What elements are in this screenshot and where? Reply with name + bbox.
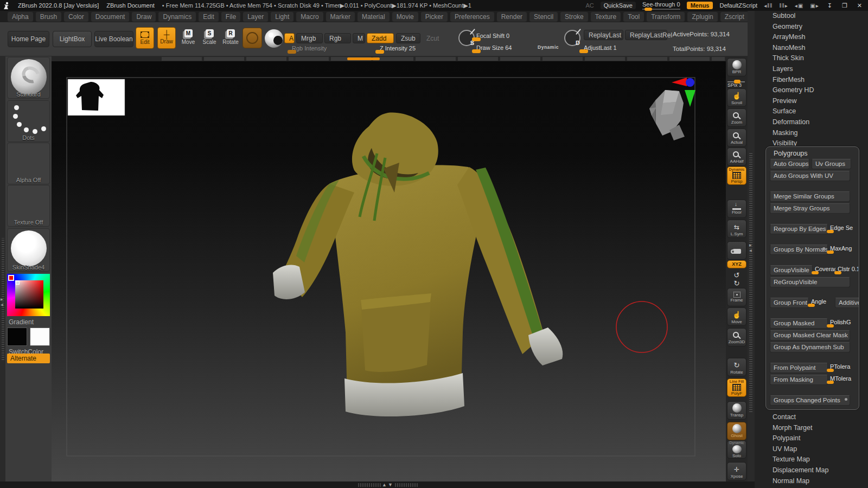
tool-section-item[interactable]: Displacement Map	[755, 465, 868, 476]
from-polypaint-button[interactable]: From Polypaint	[770, 363, 828, 373]
alternate-button[interactable]: Alternate	[7, 354, 50, 363]
zsub-button[interactable]: Zsub	[396, 33, 420, 43]
tool-section-item[interactable]: Subtool	[755, 11, 868, 22]
tray-segments[interactable]	[162, 57, 725, 61]
from-masking-button[interactable]: From Masking	[770, 375, 828, 385]
menu-item[interactable]: Preferences	[450, 12, 494, 22]
divider-left-icon[interactable]: ◂‖‖	[764, 3, 773, 9]
tool-section-item[interactable]: FiberMesh	[755, 75, 868, 86]
additive-button[interactable]: Additive	[835, 298, 859, 308]
brush-preview-button[interactable]	[242, 28, 262, 48]
ghost-button[interactable]: Ghost	[727, 422, 746, 440]
tray-grip-left[interactable]	[358, 483, 381, 487]
draw-button[interactable]: ┼ Draw	[157, 27, 176, 49]
actual-button[interactable]: Actual	[727, 129, 746, 147]
quicksave-button[interactable]: QuickSave	[601, 2, 636, 9]
angle-slider[interactable]: Angle	[811, 298, 833, 305]
menu-item[interactable]: Zscript	[720, 12, 749, 22]
tray-grip-right[interactable]	[395, 483, 418, 487]
menu-item[interactable]: Movie	[392, 12, 418, 22]
zoom-button[interactable]: Zoom	[727, 108, 746, 127]
move-button[interactable]: Move	[727, 307, 746, 326]
panel-divider-open-icon[interactable]: ▶	[749, 243, 752, 247]
tool-section-item[interactable]: Deformation	[755, 117, 868, 128]
transp-button[interactable]: Transp	[727, 401, 746, 420]
live-boolean-button[interactable]: Live Boolean	[94, 31, 133, 47]
menu-item[interactable]: Render	[497, 12, 527, 22]
menu-item[interactable]: Zplugin	[687, 12, 717, 22]
menu-item[interactable]: Stroke	[560, 12, 588, 22]
divider-right-icon[interactable]: ‖‖▸	[779, 3, 788, 9]
left-divider-open-icon[interactable]: ▶	[1, 297, 3, 301]
cluster-slider[interactable]: Clstr 0.1	[838, 265, 858, 272]
draw-size-slider[interactable]: Draw Size 64Dynamic	[476, 44, 559, 51]
menu-item[interactable]: Picker	[421, 12, 448, 22]
polish-groups-slider[interactable]: PolishG	[830, 318, 858, 325]
tool-section-item[interactable]: Geometry HD	[755, 85, 868, 96]
tool-section-item[interactable]: Masking	[755, 128, 868, 139]
group-masked-button[interactable]: Group Masked	[770, 318, 828, 329]
density-picker-button[interactable]: D	[564, 30, 580, 46]
rotate-mode-button[interactable]: R Rotate	[221, 29, 240, 45]
left-divider-close-icon[interactable]: ◀	[1, 303, 3, 306]
document-canvas[interactable]	[52, 61, 726, 481]
mask-tolerance-slider[interactable]: MTolera	[830, 375, 858, 382]
menu-item[interactable]: Dynamics	[158, 12, 196, 22]
home-page-button[interactable]: Home Page	[8, 31, 49, 47]
menu-item[interactable]: Layer	[243, 12, 268, 22]
lsym-button[interactable]: L.Sym	[727, 220, 746, 238]
coverage-slider[interactable]: Coverag	[815, 265, 835, 272]
solo-button[interactable]: Dynamic Solo	[727, 440, 746, 459]
hoodie-3d-model[interactable]	[273, 113, 563, 416]
draw-size-knob[interactable]	[472, 49, 481, 53]
m-button[interactable]: M	[353, 33, 365, 43]
auto-groups-with-uv-button[interactable]: Auto Groups With UV	[770, 171, 850, 181]
replay-last-button[interactable]: ReplayLast	[584, 30, 623, 40]
brush-picker-tile[interactable]: Standard	[7, 57, 50, 99]
see-through-slider[interactable]: See-through 0	[642, 1, 680, 10]
camera-head-gizmo[interactable]	[649, 90, 685, 140]
z-intensity-knob[interactable]	[375, 50, 384, 54]
focal-shift-knob[interactable]	[472, 37, 481, 41]
group-visible-button[interactable]: GroupVisible	[770, 265, 813, 275]
tool-section-item[interactable]: Thick Skin	[755, 53, 868, 64]
menu-item[interactable]: Tool	[623, 12, 644, 22]
tool-section-item[interactable]: NanoMesh	[755, 43, 868, 54]
alpha-picker-tile[interactable]: Alpha Off	[7, 143, 50, 184]
lightbox-button[interactable]: LightBox	[53, 31, 92, 47]
document-thumbnail[interactable]	[68, 79, 125, 115]
rgb-intensity-knob[interactable]	[288, 50, 296, 54]
menu-item[interactable]: Stencil	[529, 12, 558, 22]
z-intensity-slider[interactable]: Z Intensity 25	[380, 45, 458, 52]
groups-by-normals-button[interactable]: Groups By Normals	[770, 245, 828, 255]
tool-section-item[interactable]: ArrayMesh	[755, 32, 868, 43]
xpose-button[interactable]: Xpose	[727, 462, 746, 480]
menu-item[interactable]: Texture	[591, 12, 621, 22]
adjust-last-knob[interactable]	[579, 49, 588, 53]
local-pivot-button[interactable]	[727, 241, 746, 260]
tray-active-segment[interactable]	[347, 57, 380, 60]
adjust-last-slider[interactable]: AdjustLast 1	[584, 44, 668, 51]
xyz-button[interactable]: XYZ	[727, 260, 746, 268]
menu-item[interactable]: Document	[91, 12, 130, 22]
floor-button[interactable]: Floor	[727, 200, 746, 218]
menu-item[interactable]: Color	[64, 12, 88, 22]
zoom3d-button[interactable]: Zoom3D	[727, 328, 746, 346]
replay-last-rel-button[interactable]: ReplayLastRel	[625, 30, 667, 40]
max-angle-slider[interactable]: MaxAng	[830, 245, 858, 252]
rgb-button[interactable]: Rgb	[324, 33, 351, 43]
group-as-dynamesh-sub-button[interactable]: Group As Dynamesh Sub	[770, 342, 850, 352]
tool-section-item[interactable]: Surface	[755, 106, 868, 117]
paint-tolerance-slider[interactable]: PTolera	[830, 363, 858, 370]
regroup-visible-button[interactable]: ReGroupVisible	[770, 277, 850, 287]
tool-section-item[interactable]: Normal Map	[755, 476, 868, 487]
scale-button[interactable]: S Scale	[200, 29, 219, 45]
menus-button[interactable]: Menus	[687, 2, 713, 9]
tool-section-item[interactable]: Layers	[755, 64, 868, 75]
default-zscript-button[interactable]: DefaultZScript	[719, 2, 757, 9]
menu-item[interactable]: Draw	[132, 12, 156, 22]
bpr-button[interactable]: BPR	[727, 58, 746, 76]
tool-section-item[interactable]: Preview	[755, 96, 868, 107]
polyf-button[interactable]: Line Fill PolyF	[727, 378, 746, 397]
merge-similar-groups-button[interactable]: Merge Similar Groups	[770, 191, 850, 202]
